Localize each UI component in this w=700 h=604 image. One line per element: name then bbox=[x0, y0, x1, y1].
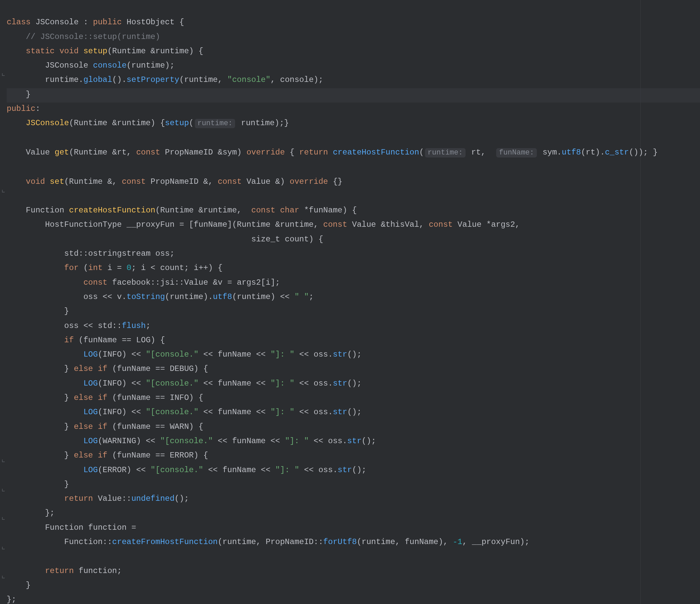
fold-marker-icon[interactable] bbox=[2, 459, 5, 462]
fold-marker-icon[interactable] bbox=[2, 517, 5, 520]
keyword-class: class bbox=[7, 18, 31, 27]
fold-marker-icon[interactable] bbox=[2, 73, 5, 76]
public-label: public bbox=[7, 104, 35, 113]
code-editor[interactable]: class JSConsole : public HostObject { //… bbox=[7, 0, 696, 604]
gutter[interactable] bbox=[0, 0, 7, 604]
inlay-hint: runtime: bbox=[195, 119, 235, 128]
fold-marker-icon[interactable] bbox=[2, 547, 5, 549]
code-content: class JSConsole : public HostObject { //… bbox=[7, 15, 696, 604]
fold-marker-icon[interactable] bbox=[2, 576, 5, 578]
fold-marker-icon[interactable] bbox=[2, 489, 5, 492]
inlay-hint: funName: bbox=[496, 148, 537, 157]
inlay-hint: runtime: bbox=[425, 148, 466, 157]
comment: // JSConsole::setup(runtime) bbox=[26, 32, 160, 41]
fold-marker-icon[interactable] bbox=[2, 190, 5, 193]
